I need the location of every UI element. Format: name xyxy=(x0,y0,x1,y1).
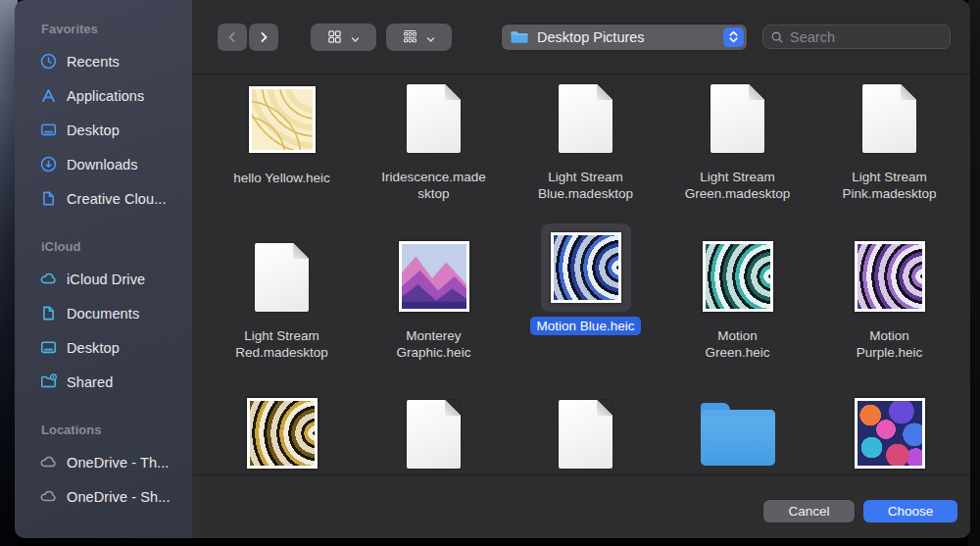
desktop-icon xyxy=(39,338,58,357)
sidebar-item-creative-cloud[interactable]: Creative Clou... xyxy=(15,181,192,216)
file-grid: hello Yellow.heic Iridescence.made sktop… xyxy=(192,74,970,474)
file-label: hello Yellow.heic xyxy=(233,170,329,186)
clock-icon xyxy=(39,52,58,71)
sidebar-item-onedrive-1[interactable]: OneDrive - Th... xyxy=(15,445,192,479)
file-label: Light Stream Pink.madesktop xyxy=(842,169,936,202)
sidebar-item-label: OneDrive - Sh... xyxy=(67,489,171,505)
cancel-button[interactable]: Cancel xyxy=(763,500,855,522)
selection-highlight xyxy=(541,223,631,312)
file-item-light-stream-blue[interactable]: Light Stream Blue.madesktop xyxy=(510,74,662,202)
sidebar-item-label: OneDrive - Th... xyxy=(67,455,169,471)
image-thumbnail xyxy=(247,398,318,469)
file-item-row3-2[interactable] xyxy=(358,361,510,474)
sidebar-item-shared[interactable]: Shared xyxy=(15,365,192,399)
folder-file-icon xyxy=(701,410,775,466)
sidebar-item-label: Shared xyxy=(67,374,113,390)
sidebar-item-label: Applications xyxy=(67,88,144,104)
document-file-icon xyxy=(559,84,612,153)
document-file-icon xyxy=(862,84,916,153)
sidebar-section-locations: Locations OneDrive - Th... OneDrive - Sh… xyxy=(15,422,192,514)
main-pane: Desktop Pictures xyxy=(192,0,970,538)
search-icon xyxy=(770,30,784,44)
sidebar-item-label: Documents xyxy=(67,306,139,322)
document-file-icon xyxy=(407,400,461,469)
cloud-icon xyxy=(39,453,58,472)
path-selector[interactable]: Desktop Pictures xyxy=(502,25,747,50)
sidebar-section-tags: Tags xyxy=(15,537,192,538)
desktop-icon xyxy=(39,121,58,139)
chevron-down-icon xyxy=(350,31,361,42)
file-item-motion-green[interactable]: Motion Green.heic xyxy=(662,202,813,361)
image-thumbnail xyxy=(399,241,469,312)
file-label-selected: Motion Blue.heic xyxy=(530,317,642,335)
sidebar-item-applications[interactable]: Applications xyxy=(15,78,192,113)
grid-view-icon xyxy=(326,28,343,45)
sidebar-item-recents[interactable]: Recents xyxy=(15,44,192,78)
image-thumbnail xyxy=(855,241,925,312)
sidebar-item-icloud-desktop[interactable]: Desktop xyxy=(15,330,192,365)
section-title: Favorites xyxy=(41,22,192,36)
document-icon xyxy=(39,189,58,208)
search-input[interactable] xyxy=(790,29,943,45)
file-item-row3-folder[interactable] xyxy=(662,361,813,474)
sidebar-item-desktop[interactable]: Desktop xyxy=(15,113,192,147)
sidebar-item-label: iCloud Drive xyxy=(67,272,145,287)
stepper-icon[interactable] xyxy=(723,27,744,47)
chevron-down-icon xyxy=(425,31,436,42)
sidebar-item-downloads[interactable]: Downloads xyxy=(15,147,192,181)
sidebar-section-favorites: Favorites Recents Applications Desktop xyxy=(15,22,192,216)
document-file-icon xyxy=(255,243,309,312)
file-item-motion-purple[interactable]: Motion Purple.heic xyxy=(813,202,965,361)
file-item-light-stream-red[interactable]: Light Stream Red.madesktop xyxy=(206,202,358,361)
image-thumbnail xyxy=(249,86,316,153)
sidebar-item-label: Desktop xyxy=(67,123,120,138)
image-thumbnail xyxy=(855,398,925,469)
image-thumbnail xyxy=(703,241,773,312)
toolbar: Desktop Pictures xyxy=(192,0,970,74)
sidebar: Favorites Recents Applications Desktop xyxy=(15,0,192,538)
document-file-icon xyxy=(710,84,764,153)
sidebar-item-onedrive-2[interactable]: OneDrive - Sh... xyxy=(15,479,192,514)
section-title: iCloud xyxy=(41,239,192,254)
sidebar-item-label: Downloads xyxy=(67,157,138,173)
group-view-button[interactable] xyxy=(386,24,452,51)
downloads-icon xyxy=(39,155,58,174)
grid-row-2: Light Stream Red.madesktop Monterey Grap… xyxy=(192,202,970,361)
file-item-light-stream-pink[interactable]: Light Stream Pink.madesktop xyxy=(813,74,965,202)
icon-view-button[interactable] xyxy=(311,24,376,51)
file-label: Light Stream Blue.madesktop xyxy=(538,169,633,202)
file-item-row3-3[interactable] xyxy=(510,361,662,474)
sidebar-item-label: Recents xyxy=(67,54,120,70)
file-item-row3-5[interactable] xyxy=(813,361,965,474)
file-label: Light Stream Green.madesktop xyxy=(685,169,790,202)
sidebar-item-label: Creative Clou... xyxy=(67,191,167,207)
choose-button[interactable]: Choose xyxy=(863,500,957,522)
file-item-monterey-graphic[interactable]: Monterey Graphic.heic xyxy=(358,202,510,361)
forward-button[interactable] xyxy=(249,24,278,51)
dialog-footer: Cancel Choose xyxy=(192,474,970,538)
section-title: Locations xyxy=(41,422,192,437)
sidebar-item-icloud-drive[interactable]: iCloud Drive xyxy=(15,262,192,296)
file-label: Monterey Graphic.heic xyxy=(397,327,471,361)
file-item-motion-blue-selected[interactable]: Motion Blue.heic xyxy=(510,202,662,361)
file-item-iridescence[interactable]: Iridescence.made sktop xyxy=(358,74,510,202)
folder-icon xyxy=(510,29,529,45)
file-label: Motion Purple.heic xyxy=(857,327,923,361)
file-label: Motion Green.heic xyxy=(705,327,769,361)
grid-row-3 xyxy=(192,361,970,474)
path-selector-value: Desktop Pictures xyxy=(537,29,723,45)
sidebar-item-documents[interactable]: Documents xyxy=(15,296,192,330)
file-label: Light Stream Red.madesktop xyxy=(235,327,328,361)
document-icon xyxy=(39,304,58,323)
section-title: Tags xyxy=(41,537,192,538)
file-label: Iridescence.made sktop xyxy=(381,169,486,202)
cloud-icon xyxy=(39,270,58,288)
grid-row-1: hello Yellow.heic Iridescence.made sktop… xyxy=(192,74,970,202)
back-button[interactable] xyxy=(218,24,247,51)
group-view-icon xyxy=(402,28,418,45)
file-item-hello-yellow[interactable]: hello Yellow.heic xyxy=(206,74,358,202)
sidebar-section-icloud: iCloud iCloud Drive Documents Desktop xyxy=(15,239,192,399)
search-field[interactable] xyxy=(762,25,951,49)
file-item-light-stream-green[interactable]: Light Stream Green.madesktop xyxy=(662,74,813,202)
file-item-row3-1[interactable] xyxy=(206,361,358,474)
